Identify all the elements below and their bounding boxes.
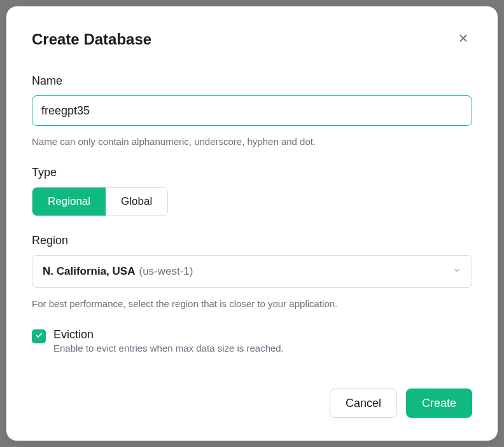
region-field-group: Region N. California, USA (us-west-1) Fo… <box>32 234 472 310</box>
eviction-text: Eviction Enable to evict entries when ma… <box>53 328 284 354</box>
name-field-group: Name Name can only contain alphanumeric,… <box>32 74 472 148</box>
region-code: (us-west-1) <box>139 265 193 278</box>
type-segmented-control: Regional Global <box>32 187 168 216</box>
name-help-text: Name can only contain alphanumeric, unde… <box>32 135 472 148</box>
type-option-regional[interactable]: Regional <box>32 188 106 216</box>
name-input[interactable] <box>32 95 472 126</box>
type-field-group: Type Regional Global <box>32 166 472 216</box>
region-help-text: For best performance, select the region … <box>32 297 472 310</box>
create-database-modal: Create Database Name Name can only conta… <box>6 6 498 441</box>
check-icon <box>34 331 43 342</box>
name-label: Name <box>32 74 472 88</box>
create-button[interactable]: Create <box>406 389 472 418</box>
eviction-field-group: Eviction Enable to evict entries when ma… <box>32 328 472 354</box>
modal-title: Create Database <box>32 31 151 48</box>
eviction-checkbox[interactable] <box>32 329 46 343</box>
close-icon <box>457 32 470 46</box>
eviction-row: Eviction Enable to evict entries when ma… <box>32 328 472 354</box>
modal-footer: Cancel Create <box>330 389 472 418</box>
type-option-global[interactable]: Global <box>106 188 167 216</box>
cancel-button[interactable]: Cancel <box>330 389 397 418</box>
modal-header: Create Database <box>32 29 472 49</box>
region-name: N. California, USA <box>43 265 135 278</box>
region-select[interactable]: N. California, USA (us-west-1) <box>32 255 472 288</box>
eviction-help-text: Enable to evict entries when max data si… <box>53 343 284 354</box>
chevron-down-icon <box>452 265 461 278</box>
region-label: Region <box>32 234 472 247</box>
type-label: Type <box>32 166 472 179</box>
close-button[interactable] <box>454 29 472 49</box>
eviction-label: Eviction <box>53 328 284 341</box>
region-select-value: N. California, USA (us-west-1) <box>43 265 193 278</box>
